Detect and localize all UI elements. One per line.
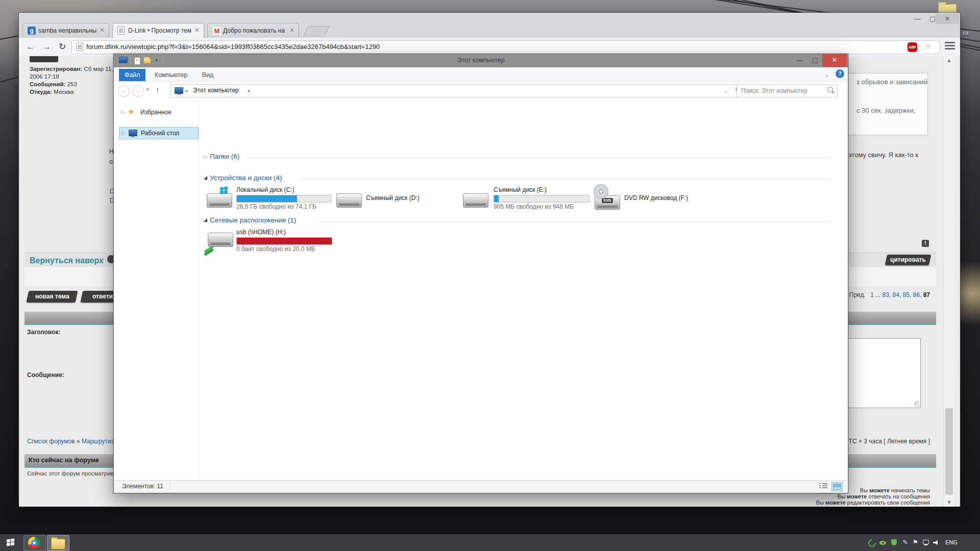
explorer-taskbar-button[interactable] — [47, 535, 69, 551]
explorer-close-button[interactable]: ✕ — [822, 54, 847, 67]
new-topic-button[interactable]: новая тема — [27, 291, 78, 303]
browser-menu-icon[interactable] — [945, 42, 955, 51]
expander-icon[interactable]: ▷ — [121, 109, 125, 114]
tray-eye-icon[interactable] — [879, 539, 887, 546]
nav-forward-icon[interactable]: → — [132, 85, 144, 97]
group-header-devices[interactable]: Устройства и диски (4) — [204, 174, 837, 183]
thumbnail-view-button[interactable] — [831, 482, 843, 491]
network-drive-tile-h[interactable]: usb (\\HOME) (H:) 0 байт свободно из 20,… — [207, 230, 334, 255]
expander-open-icon[interactable] — [204, 176, 207, 180]
pagination-page-links[interactable]: 83, 84, 85, 86, — [883, 291, 922, 298]
explorer-titlebar[interactable]: ✓ ▼ Этот компьютер — ▢ ✕ — [114, 54, 848, 67]
report-icon[interactable]: ! — [922, 240, 929, 247]
who-online-text: Сейчас этот форум просматрив — [27, 470, 114, 477]
google-favicon: g — [28, 27, 36, 35]
tray-network-icon[interactable] — [922, 539, 929, 546]
user-info: Зарегистрирован: Сб мар 11, 2006 17:18 С… — [30, 65, 114, 96]
start-button[interactable] — [0, 535, 21, 550]
tray-shield-icon[interactable]: ↓ — [890, 539, 898, 546]
explorer-maximize-button[interactable]: ▢ — [808, 54, 822, 67]
post-fragment: о — [109, 158, 113, 165]
chrome-taskbar-button[interactable] — [23, 535, 46, 551]
group-header-network[interactable]: Сетевые расположения (1) — [204, 216, 837, 226]
capacity-bar — [236, 195, 331, 203]
scrollbar-thumb[interactable] — [945, 408, 953, 495]
menu-computer[interactable]: Компьютер — [150, 69, 192, 81]
nav-up-icon[interactable]: ↑ — [156, 85, 160, 94]
address-bar[interactable]: forum.dlink.ru/viewtopic.php?f=3&t=15606… — [71, 40, 940, 54]
capacity-bar — [494, 195, 590, 203]
folder-icon — [51, 539, 65, 549]
drive-free-space: 26,5 ГБ свободно из 74,1 ГБ — [236, 203, 316, 210]
url-text: forum.dlink.ru/viewtopic.php?f=3&t=15606… — [86, 43, 380, 51]
back-to-top-link[interactable]: Вернуться наверх — [30, 256, 104, 265]
nav-history-icon[interactable]: ▾ — [146, 87, 149, 92]
expander-open-icon[interactable] — [204, 218, 207, 222]
scroll-down-icon[interactable]: ▼ — [944, 499, 954, 505]
group-line — [317, 221, 830, 222]
search-box[interactable]: Поиск: Этот компьютер — [737, 84, 838, 97]
drive-tile-c[interactable]: Локальный диск (C:) 26,5 ГБ свободно из … — [207, 187, 334, 212]
search-placeholder: Поиск: Этот компьютер — [741, 87, 807, 94]
breadcrumb-chevron-icon: ▸ — [186, 88, 188, 93]
tab-gmail[interactable]: M Добро пожаловать на фо ✕ — [207, 23, 299, 38]
expander-icon[interactable]: ▷ — [121, 130, 126, 135]
menu-view[interactable]: Вид — [195, 69, 220, 81]
quote-button[interactable]: цитировать — [885, 255, 931, 265]
page-scrollbar[interactable]: ▲ ▼ — [943, 56, 954, 507]
details-view-button[interactable] — [819, 483, 827, 490]
drive-name: usb (\\HOME) (H:) — [236, 229, 286, 236]
group-header-folders[interactable]: ▷ Папки (6) — [204, 153, 837, 162]
post-text: этому свичу. Я как-то к — [848, 151, 918, 159]
tab-close-icon[interactable]: ✕ — [193, 27, 201, 34]
drive-tile-d[interactable]: Съемный диск (D:) — [336, 187, 459, 212]
drive-name: DVD RW дисковод (F:) — [624, 194, 688, 202]
explorer-minimize-button[interactable]: — — [793, 54, 807, 67]
capacity-bar — [236, 237, 332, 245]
scroll-up-icon[interactable]: ▲ — [944, 57, 954, 63]
forward-icon[interactable]: → — [42, 42, 51, 52]
resize-grip-icon[interactable] — [914, 402, 919, 407]
new-tab-button[interactable] — [303, 26, 330, 36]
tab-dlink-active[interactable]: D-Link • Просмотр темы ✕ — [112, 23, 204, 38]
address-dropdown-button[interactable]: ⌄ — [720, 84, 733, 97]
shield-icon: ↓ — [891, 539, 897, 545]
pagination-page-link[interactable]: 1 — [870, 291, 874, 298]
address-breadcrumb-bar[interactable]: ▸ Этот компьютер ▸ — [170, 84, 721, 97]
menu-file[interactable]: Файл — [119, 69, 145, 81]
tray-pen-icon[interactable]: ✎ — [901, 539, 909, 546]
tab-samba[interactable]: g samba неправильный ра ✕ — [22, 23, 109, 38]
browser-close-button[interactable]: ✕ — [936, 14, 959, 24]
breadcrumb-item[interactable]: Этот компьютер — [193, 87, 239, 94]
explorer-window: ✓ ▼ Этот компьютер — ▢ ✕ Файл Компьютер … — [113, 54, 848, 493]
sidebar-item-favorites[interactable]: ▷ ★ Избранное — [114, 107, 199, 117]
page-favicon — [117, 27, 125, 35]
screen: ка — ▢ ✕ g samba неправильный ра ✕ D-Lin… — [0, 0, 980, 551]
drive-tile-e[interactable]: Съемный диск (E:) 905 МБ свободно из 948… — [463, 187, 594, 212]
language-indicator[interactable]: ENG — [945, 539, 958, 545]
quote-text: с 30 сек. задержки, — [856, 107, 915, 114]
bookmark-star-icon[interactable]: ☆ — [924, 41, 932, 51]
expander-icon[interactable]: ▷ — [204, 154, 208, 160]
back-icon[interactable]: ← — [26, 42, 35, 52]
pagination-prev[interactable]: Пред. — [849, 291, 866, 298]
help-icon[interactable]: ? — [836, 69, 844, 78]
browser-minimize-button[interactable]: — — [910, 14, 925, 24]
tray-speaker-icon[interactable] — [932, 539, 940, 546]
sidebar-item-desktop[interactable]: ▷ Рабочий стол — [119, 127, 199, 139]
tab-title: Добро пожаловать на фо — [223, 27, 286, 34]
tab-close-icon[interactable]: ✕ — [99, 27, 106, 34]
nav-back-icon[interactable]: ← — [118, 85, 130, 97]
desktop-folder-label[interactable]: ка — [963, 30, 968, 36]
breadcrumb-forums-link[interactable]: Список форумов — [27, 438, 75, 445]
capacity-bar-fill — [494, 195, 499, 202]
page-icon — [76, 43, 83, 51]
adblock-icon[interactable]: ABP — [908, 42, 917, 52]
ribbon-expand-icon[interactable]: ⌄ — [824, 71, 829, 78]
tray-update-icon[interactable] — [868, 539, 875, 546]
reload-icon[interactable]: ↻ — [59, 41, 66, 52]
tray-flag-icon[interactable]: ⚑ — [912, 539, 919, 546]
permission-line: Вы можете редактировать свои сообщения — [744, 499, 930, 506]
drive-tile-f[interactable]: DVD DVD RW дисковод (F:) — [595, 187, 717, 212]
tab-close-icon[interactable]: ✕ — [288, 27, 296, 34]
